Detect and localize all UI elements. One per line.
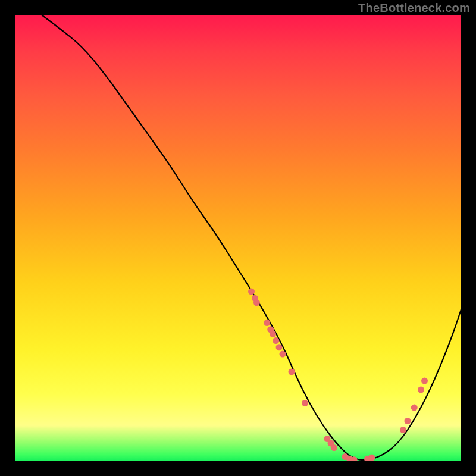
- data-point: [273, 337, 279, 344]
- data-point: [421, 378, 428, 384]
- highlighted-points: [248, 289, 428, 462]
- watermark-text: TheBottleneck.com: [358, 1, 470, 15]
- data-point: [264, 320, 270, 326]
- data-point: [248, 289, 255, 295]
- data-point: [331, 444, 337, 451]
- bottleneck-curve: [42, 15, 461, 460]
- chart-frame: [15, 15, 461, 461]
- data-point: [369, 455, 375, 461]
- data-point: [400, 427, 406, 433]
- data-point: [289, 369, 295, 375]
- data-point: [280, 351, 286, 358]
- data-point: [411, 405, 418, 411]
- data-point: [276, 344, 283, 350]
- data-point: [270, 331, 276, 337]
- chart-svg: [15, 15, 461, 461]
- data-point: [302, 400, 308, 406]
- data-point: [253, 299, 260, 306]
- data-point: [405, 418, 411, 424]
- data-point: [418, 387, 424, 393]
